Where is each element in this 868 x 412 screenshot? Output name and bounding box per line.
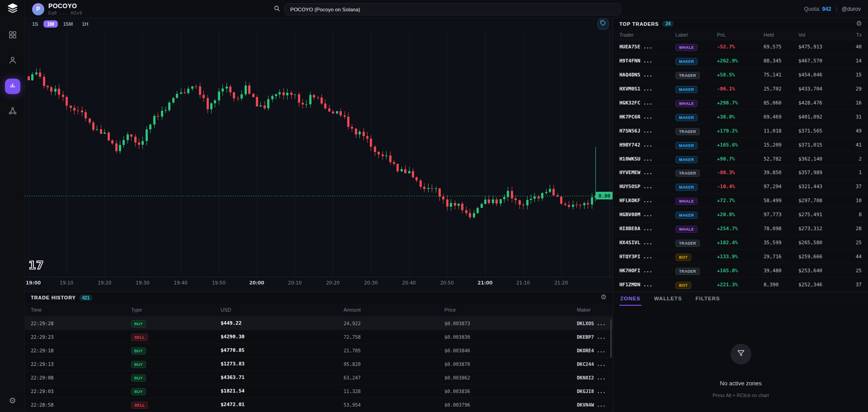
timeframe-button-1m[interactable]: 1M	[43, 20, 57, 28]
trader-address[interactable]: HK7PC6R ...	[619, 114, 675, 120]
trader-held: 39,850	[764, 170, 798, 175]
trader-tx: 1	[848, 170, 862, 175]
trader-row[interactable]: HGBV08M ...MAKER+20.8%97,773$275,4918	[613, 208, 868, 222]
trader-row[interactable]: H7SN56J ...TRADER+179.2%11,018$371,56549	[613, 124, 868, 138]
trader-row[interactable]: HFLKOKF ...WHALE+72.7%58,499$297,70810	[613, 194, 868, 208]
trader-row[interactable]: HX4SIVL ...TRADER+182.4%35,599$265,58025	[613, 236, 868, 250]
trade-row[interactable]: 22:29:23SELL$4290.3072,758$0.003830DKEBP…	[25, 330, 613, 344]
trader-label-cell: TRADER	[675, 266, 717, 275]
app-logo[interactable]	[0, 0, 25, 18]
trade-history-gear-icon[interactable]: ⚙	[601, 293, 607, 301]
trader-address[interactable]: H10WKSU ...	[619, 156, 675, 162]
trade-maker[interactable]: DKORE4 ...	[577, 348, 607, 353]
trader-row[interactable]: H9T4FNN ...MAKER+262.9%88,345$467,57014	[613, 54, 868, 68]
trade-price: $0.003796	[444, 402, 577, 407]
trader-label-cell: TRADER	[675, 168, 717, 177]
trader-label-badge: MAKER	[675, 114, 698, 121]
trader-row[interactable]: HK7PC6R ...MAKER+38.8%69,469$401,09231	[613, 110, 868, 124]
trader-address[interactable]: HX4SIVL ...	[619, 240, 675, 246]
trader-label-cell: MAKER	[675, 141, 717, 149]
trader-row[interactable]: HUY5OSP ...MAKER-10.4%97,294$321,44337	[613, 180, 868, 194]
trader-address[interactable]: HAQ4DNS ...	[619, 72, 675, 78]
tab-wallets[interactable]: WALLETS	[653, 292, 683, 306]
trade-type-cell: BUY	[131, 360, 221, 368]
trader-address[interactable]: HF1ZMDN ...	[619, 282, 675, 288]
trade-row[interactable]: 22:29:08BUY$4363.7163,247$0.003862DKN8I2…	[25, 371, 613, 384]
trader-label-cell: WHALE	[675, 43, 717, 51]
timeframe-button-15m[interactable]: 15M	[60, 20, 76, 28]
trader-row[interactable]: HF1ZMDN ...BOT+221.3%8,390$252,34637	[613, 278, 868, 292]
trader-row[interactable]: HGK32FC ...WHALE+298.7%85,060$428,47616	[613, 96, 868, 110]
trader-row[interactable]: HYVEMEW ...TRADER-88.3%39,850$357,9891	[613, 166, 868, 180]
trader-address[interactable]: HFLKOKF ...	[619, 198, 675, 204]
trader-address[interactable]: HTQY3PI ...	[619, 254, 675, 260]
trader-label-badge: MAKER	[675, 212, 698, 219]
sidebar-item-dashboard[interactable]	[5, 28, 20, 43]
candlestick-canvas[interactable]	[25, 29, 613, 292]
trade-row[interactable]: 22:29:28BUY$449.2224,922$0.003873DKLXOS …	[25, 317, 613, 330]
trade-maker[interactable]: DKN8I2 ...	[577, 375, 607, 380]
trader-row[interactable]: HAQ4DNS ...TRADER+58.5%75,141$454,04615	[613, 68, 868, 82]
trader-row[interactable]: HXVM0S1 ...MAKER-86.1%25,702$433,70429	[613, 82, 868, 96]
sidebar-item-trading-active[interactable]	[5, 79, 20, 94]
trader-vol: $265,580	[798, 240, 848, 246]
top-traders-gear-icon[interactable]: ⚙	[856, 19, 862, 28]
trader-address[interactable]: H9BY742 ...	[619, 142, 675, 148]
trader-vol: $259,666	[798, 254, 848, 260]
token-info[interactable]: P POCOYO Eq9 ... H2x9	[32, 0, 82, 18]
price-tag-toggle-button[interactable]	[598, 19, 609, 29]
trade-history-scrollbar[interactable]	[610, 319, 612, 358]
trade-maker[interactable]: DKEBP7 ...	[577, 334, 607, 340]
column-header-held: Held	[764, 32, 798, 38]
trader-address[interactable]: HI8BE8A ...	[619, 226, 675, 232]
trade-maker[interactable]: DKLXOS ...	[577, 321, 607, 326]
settings-gear-icon[interactable]: ⚙	[0, 396, 25, 406]
trader-row[interactable]: HUEA75E ...WHALE-52.7%69,575$475,91340	[613, 40, 868, 54]
sidebar-item-network[interactable]	[5, 104, 20, 119]
sidebar-item-profile[interactable]	[5, 53, 20, 69]
funnel-button[interactable]	[731, 344, 751, 365]
token-avatar: P	[32, 3, 44, 15]
trade-maker[interactable]: DKGJI8 ...	[577, 388, 607, 394]
trader-row[interactable]: HI8BE8A ...WHALE+254.7%78,098$273,31228	[613, 222, 868, 236]
trade-time: 22:28:58	[31, 402, 131, 407]
timeframe-button-1h[interactable]: 1H	[78, 20, 92, 28]
trader-address[interactable]: HXVM0S1 ...	[619, 86, 675, 92]
trade-maker[interactable]: DKC244 ...	[577, 361, 607, 367]
trader-address[interactable]: HGBV08M ...	[619, 212, 675, 218]
timeframe-button-1s[interactable]: 1S	[28, 20, 42, 28]
trader-address[interactable]: HUEA75E ...	[619, 44, 675, 50]
sidebar: ⚙	[0, 0, 25, 412]
trader-label-badge: TRADER	[675, 170, 700, 177]
trader-address[interactable]: H7SN56J ...	[619, 128, 675, 134]
trader-pnl: -86.1%	[717, 86, 764, 92]
trade-maker[interactable]: DKVN4W ...	[577, 402, 607, 407]
tab-filters[interactable]: FILTERS	[695, 292, 721, 306]
candlestick-chart[interactable]: 17	[25, 29, 613, 292]
tab-zones[interactable]: ZONES	[619, 292, 642, 306]
trader-address[interactable]: H9T4FNN ...	[619, 58, 675, 64]
trade-row[interactable]: 22:28:58SELL$2472.0153,954$0.003796DKVN4…	[25, 398, 613, 412]
trade-row[interactable]: 22:29:03BUY$1821.5411,328$0.003836DKGJI8…	[25, 384, 613, 398]
username[interactable]: @durov	[842, 6, 861, 12]
top-traders-columns: TraderLabelPnLHeldVolTx	[613, 29, 868, 40]
trader-tx: 37	[848, 282, 862, 288]
trade-row[interactable]: 22:29:13BUY$1273.8395,820$0.003870DKC244…	[25, 357, 613, 371]
trader-label-badge: WHALE	[675, 44, 698, 51]
trader-address[interactable]: HYVEMEW ...	[619, 170, 675, 175]
trader-row[interactable]: HK7HOFI ...TRADER+165.8%39,480$253,64025	[613, 264, 868, 278]
trade-amount: 63,247	[344, 375, 444, 380]
trader-address[interactable]: HK7HOFI ...	[619, 268, 675, 274]
trade-time: 22:29:03	[31, 388, 131, 394]
trader-held: 69,575	[764, 44, 798, 50]
trader-row[interactable]: H9BY742 ...MAKER+165.6%15,209$371,01541	[613, 138, 868, 152]
trader-pnl: -88.3%	[717, 170, 764, 175]
trader-row[interactable]: H10WKSU ...MAKER+90.7%52,782$362,1402	[613, 152, 868, 166]
trader-vol: $321,443	[798, 184, 848, 189]
trade-row[interactable]: 22:29:18BUY$4770.8521,705$0.003846DKORE4…	[25, 344, 613, 357]
trader-address[interactable]: HGK32FC ...	[619, 100, 675, 106]
column-header-time: Time	[31, 307, 131, 313]
search-input[interactable]	[284, 3, 621, 15]
trader-address[interactable]: HUY5OSP ...	[619, 184, 675, 189]
trader-row[interactable]: HTQY3PI ...BOT+133.9%29,716$259,66644	[613, 250, 868, 264]
